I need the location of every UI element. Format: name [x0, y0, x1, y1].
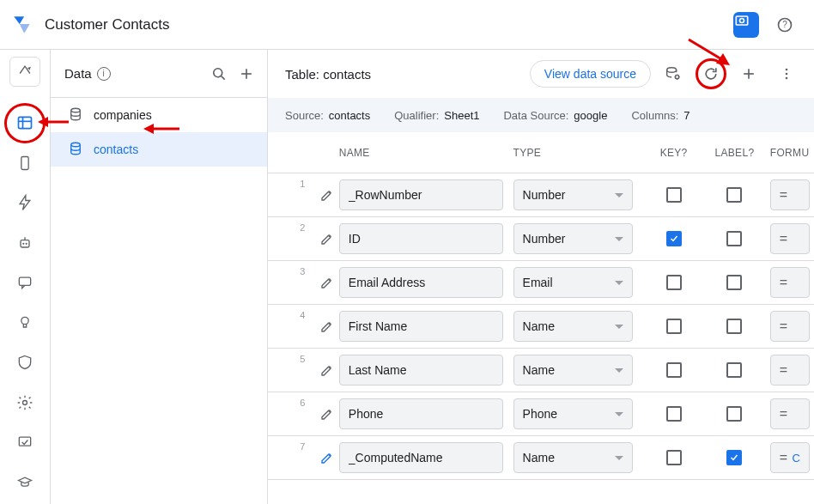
column-type-select[interactable]: Email: [513, 267, 634, 298]
column-type-select[interactable]: Number: [513, 223, 634, 254]
row-number: 7: [268, 436, 315, 452]
formula-button[interactable]: =C: [770, 442, 810, 473]
formula-button[interactable]: =: [770, 398, 810, 429]
edit-column-button[interactable]: [315, 450, 339, 465]
rail-actions[interactable]: [9, 188, 40, 217]
row-number: 4: [268, 305, 315, 320]
app-title: Customer Contacts: [45, 16, 170, 33]
column-row: 4Name=: [268, 305, 814, 349]
checkbox[interactable]: [726, 231, 742, 246]
row-number: 2: [268, 217, 315, 233]
sidebar-item-contacts[interactable]: contacts: [51, 132, 267, 167]
checkbox[interactable]: [726, 275, 742, 290]
preview-button[interactable]: [733, 12, 759, 38]
checkbox[interactable]: [666, 275, 682, 290]
column-row: 2Number=: [268, 217, 814, 261]
edit-column-button[interactable]: [315, 275, 339, 290]
svg-point-27: [786, 73, 788, 76]
rail-automation[interactable]: [9, 228, 40, 258]
formula-button[interactable]: =: [770, 311, 810, 342]
edit-column-button[interactable]: [315, 231, 339, 246]
row-number: 6: [268, 392, 315, 408]
svg-rect-7: [21, 156, 28, 169]
svg-rect-0: [736, 16, 747, 25]
rail-security[interactable]: [9, 348, 40, 377]
topbar: Customer Contacts ?: [0, 0, 814, 50]
svg-point-16: [214, 68, 222, 76]
rail-chat[interactable]: [9, 268, 40, 297]
column-row: 3Email=: [268, 261, 814, 305]
edit-column-button[interactable]: [315, 362, 339, 378]
checkbox[interactable]: [726, 319, 742, 334]
nav-rail: [0, 50, 50, 504]
checkbox[interactable]: [666, 362, 682, 378]
column-name-input[interactable]: [339, 267, 503, 298]
checkbox[interactable]: [666, 231, 682, 246]
table-header-bar: Table: contacts View data source: [268, 50, 814, 98]
rail-settings[interactable]: [9, 388, 40, 417]
checkbox[interactable]: [666, 187, 682, 203]
sidebar-item-label: companies: [94, 108, 152, 122]
chevron-down-icon: [615, 368, 623, 373]
formula-button[interactable]: =: [770, 355, 810, 386]
rail-data[interactable]: [9, 108, 40, 137]
column-type-select[interactable]: Name: [513, 311, 634, 342]
svg-point-28: [786, 77, 788, 80]
checkbox[interactable]: [726, 406, 742, 422]
formula-button[interactable]: =: [770, 179, 810, 210]
checkbox[interactable]: [726, 187, 742, 203]
svg-point-22: [667, 68, 677, 73]
data-sidebar: Data i companiescontacts: [50, 50, 268, 504]
rail-deploy[interactable]: [9, 57, 40, 87]
svg-rect-15: [19, 437, 30, 446]
svg-point-1: [740, 18, 744, 22]
search-button[interactable]: [205, 60, 233, 88]
svg-point-21: [71, 143, 81, 147]
checkbox[interactable]: [666, 450, 682, 465]
column-name-input[interactable]: [339, 223, 503, 254]
column-type-select[interactable]: Phone: [513, 398, 634, 429]
checkbox[interactable]: [666, 406, 682, 422]
edit-column-button[interactable]: [315, 406, 339, 422]
col-head-formula: FORMU: [765, 147, 814, 159]
formula-button[interactable]: =: [770, 223, 810, 254]
database-icon: [68, 141, 83, 159]
rail-learn[interactable]: [9, 468, 40, 497]
column-row: 6Phone=: [268, 392, 814, 436]
column-type-select[interactable]: Number: [513, 179, 634, 210]
column-name-input[interactable]: [339, 355, 503, 386]
checkbox[interactable]: [666, 319, 682, 334]
formula-button[interactable]: =: [770, 267, 810, 298]
main-panel: Table: contacts View data source Source:…: [268, 50, 814, 504]
sidebar-item-companies[interactable]: companies: [51, 98, 267, 132]
rail-views[interactable]: [9, 149, 40, 178]
svg-point-10: [26, 243, 27, 245]
chevron-down-icon: [615, 281, 623, 285]
view-data-source-button[interactable]: View data source: [530, 60, 651, 88]
datasource-settings-button[interactable]: [658, 58, 689, 89]
more-menu-button[interactable]: [771, 58, 802, 89]
column-type-select[interactable]: Name: [513, 442, 634, 473]
help-button[interactable]: ?: [769, 9, 800, 40]
add-table-button[interactable]: [233, 60, 260, 88]
edit-column-button[interactable]: [315, 187, 339, 203]
chevron-down-icon: [615, 325, 623, 329]
rail-manage[interactable]: [9, 428, 40, 457]
info-icon[interactable]: i: [97, 67, 111, 81]
svg-point-13: [21, 317, 28, 324]
column-name-input[interactable]: [339, 398, 503, 429]
svg-point-14: [23, 400, 27, 404]
edit-column-button[interactable]: [315, 319, 339, 334]
column-name-input[interactable]: [339, 442, 503, 473]
column-name-input[interactable]: [339, 311, 503, 342]
column-name-input[interactable]: [339, 179, 503, 210]
checkbox[interactable]: [726, 362, 742, 378]
regenerate-button[interactable]: [696, 58, 726, 89]
rail-intelligence[interactable]: [9, 308, 40, 337]
columns-header: NAME TYPE KEY? LABEL? FORMU: [268, 132, 814, 173]
column-type-select[interactable]: Name: [513, 355, 634, 386]
checkbox[interactable]: [726, 450, 742, 465]
add-column-button[interactable]: [733, 58, 764, 89]
col-head-type: TYPE: [513, 147, 644, 159]
sidebar-title: Data: [64, 66, 92, 81]
